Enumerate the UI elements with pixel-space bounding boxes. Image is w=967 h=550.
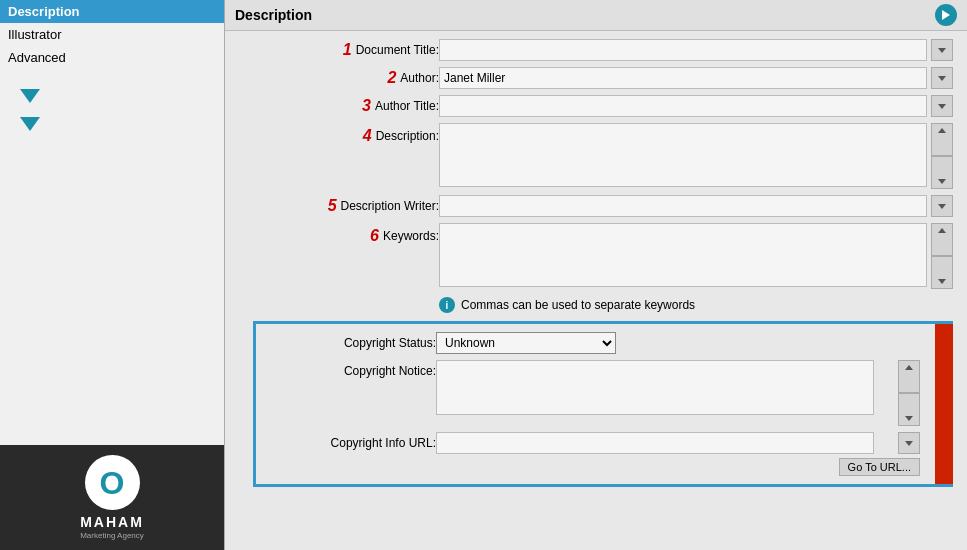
- logo-area: O MAHAM Marketing Agency: [0, 445, 224, 550]
- form-area: 1 Document Title: 2 Author:: [225, 31, 967, 550]
- scroll-down-icon: [938, 179, 946, 184]
- next-button[interactable]: [935, 4, 957, 26]
- author-title-label-wrap: 3 Author Title:: [239, 97, 439, 115]
- author-label: Author:: [400, 71, 439, 85]
- copyright-url-row: Copyright Info URL:: [266, 432, 940, 454]
- document-title-input-wrap: [439, 39, 953, 61]
- keywords-scroll-down-icon: [938, 279, 946, 284]
- copyright-status-label: Copyright Status:: [344, 336, 436, 350]
- description-writer-input[interactable]: [439, 195, 927, 217]
- sidebar-item-advanced[interactable]: Advanced: [0, 46, 224, 69]
- go-to-url-button[interactable]: Go To URL...: [839, 458, 920, 476]
- keywords-scroll-up-btn[interactable]: [931, 223, 953, 256]
- logo-name: MAHAM: [80, 514, 144, 530]
- go-to-url-row: Go To URL...: [266, 458, 920, 476]
- description-writer-dropdown-btn[interactable]: [931, 195, 953, 217]
- keywords-textarea[interactable]: [439, 223, 927, 287]
- panel-header: Description: [225, 0, 967, 31]
- document-title-label: Document Title:: [356, 43, 439, 57]
- step-6-num: 6: [359, 227, 379, 245]
- dropdown-arrow-icon-5: [938, 204, 946, 209]
- author-title-input[interactable]: [439, 95, 927, 117]
- keywords-input-wrap: [439, 223, 953, 289]
- author-label-wrap: 2 Author:: [239, 69, 439, 87]
- document-title-row: 1 Document Title:: [239, 39, 953, 61]
- document-title-dropdown-btn[interactable]: [931, 39, 953, 61]
- info-text: Commas can be used to separate keywords: [461, 298, 695, 312]
- main-panel: Description 1 Document Title: 2 Author:: [225, 0, 967, 550]
- author-title-row: 3 Author Title:: [239, 95, 953, 117]
- panel-title: Description: [235, 7, 312, 23]
- step-5-num: 5: [317, 197, 337, 215]
- description-writer-input-wrap: [439, 195, 953, 217]
- copyright-notice-label-wrap: Copyright Notice:: [266, 364, 436, 378]
- keywords-scroll-btns: [931, 223, 953, 289]
- info-icon: i: [439, 297, 455, 313]
- sidebar: Description Illustrator Advanced O MAHAM…: [0, 0, 225, 550]
- step-2-num: 2: [376, 69, 396, 87]
- arrow-down-icon-1[interactable]: [20, 89, 40, 103]
- copyright-section: Copyright Status: Unknown Copyrighted Pu…: [253, 321, 953, 487]
- arrow-down-icon-2[interactable]: [20, 117, 40, 131]
- document-title-label-wrap: 1 Document Title:: [239, 41, 439, 59]
- copyright-status-select[interactable]: Unknown Copyrighted Public Domain: [436, 332, 616, 354]
- description-writer-label-wrap: 5 Description Writer:: [239, 197, 439, 215]
- description-label-wrap: 4 Description:: [239, 127, 439, 145]
- dropdown-arrow-icon-3: [938, 104, 946, 109]
- dropdown-arrow-icon-2: [938, 76, 946, 81]
- copyright-status-row: Copyright Status: Unknown Copyrighted Pu…: [266, 332, 940, 354]
- next-arrow-icon: [942, 10, 950, 20]
- copyright-url-input[interactable]: [436, 432, 874, 454]
- copyright-url-label-wrap: Copyright Info URL:: [266, 436, 436, 450]
- keywords-scroll-up-icon: [938, 228, 946, 233]
- copyright-url-dropdown-btn[interactable]: [898, 432, 920, 454]
- description-row: 4 Description:: [239, 123, 953, 189]
- description-scroll-down-btn[interactable]: [931, 156, 953, 189]
- keywords-row: 6 Keywords:: [239, 223, 953, 289]
- description-scroll-btns: [931, 123, 953, 189]
- logo-icon: O: [100, 467, 125, 499]
- notice-up-icon: [905, 365, 913, 370]
- author-dropdown-btn[interactable]: [931, 67, 953, 89]
- description-input-wrap: [439, 123, 953, 189]
- sidebar-item-description[interactable]: Description: [0, 0, 224, 23]
- sidebar-item-illustrator[interactable]: Illustrator: [0, 23, 224, 46]
- author-input-wrap: [439, 67, 953, 89]
- step-4-num: 4: [352, 127, 372, 145]
- sidebar-arrows: [0, 79, 224, 141]
- info-row: i Commas can be used to separate keyword…: [239, 293, 953, 317]
- logo-circle: O: [85, 455, 140, 510]
- author-row: 2 Author:: [239, 67, 953, 89]
- copyright-section-wrap: 7 Copyright Status: Unknown Copyrighted …: [253, 321, 953, 487]
- copyright-status-label-wrap: Copyright Status:: [266, 336, 436, 350]
- notice-down-icon: [905, 416, 913, 421]
- description-label: Description:: [376, 129, 439, 143]
- copyright-notice-textarea[interactable]: [436, 360, 874, 415]
- keywords-label-wrap: 6 Keywords:: [239, 227, 439, 245]
- document-title-input[interactable]: [439, 39, 927, 61]
- copyright-status-input-wrap: Unknown Copyrighted Public Domain: [436, 332, 920, 354]
- step-1-num: 1: [332, 41, 352, 59]
- url-dropdown-icon: [905, 441, 913, 446]
- notice-scroll-down-btn[interactable]: [898, 393, 920, 426]
- author-input[interactable]: [439, 67, 927, 89]
- logo-tagline: Marketing Agency: [80, 531, 144, 540]
- keywords-scroll-down-btn[interactable]: [931, 256, 953, 289]
- copyright-notice-row: Copyright Notice:: [266, 360, 940, 426]
- description-writer-row: 5 Description Writer:: [239, 195, 953, 217]
- dropdown-arrow-icon: [938, 48, 946, 53]
- description-scroll-up-btn[interactable]: [931, 123, 953, 156]
- step-3-num: 3: [351, 97, 371, 115]
- copyright-url-label: Copyright Info URL:: [331, 436, 436, 450]
- description-textarea[interactable]: [439, 123, 927, 187]
- description-writer-label: Description Writer:: [341, 199, 439, 213]
- author-title-label: Author Title:: [375, 99, 439, 113]
- notice-scroll-up-btn[interactable]: [898, 360, 920, 393]
- keywords-label: Keywords:: [383, 229, 439, 243]
- author-title-dropdown-btn[interactable]: [931, 95, 953, 117]
- copyright-notice-label: Copyright Notice:: [344, 364, 436, 378]
- author-title-input-wrap: [439, 95, 953, 117]
- scroll-up-icon: [938, 128, 946, 133]
- notice-scroll-btns: [898, 360, 920, 426]
